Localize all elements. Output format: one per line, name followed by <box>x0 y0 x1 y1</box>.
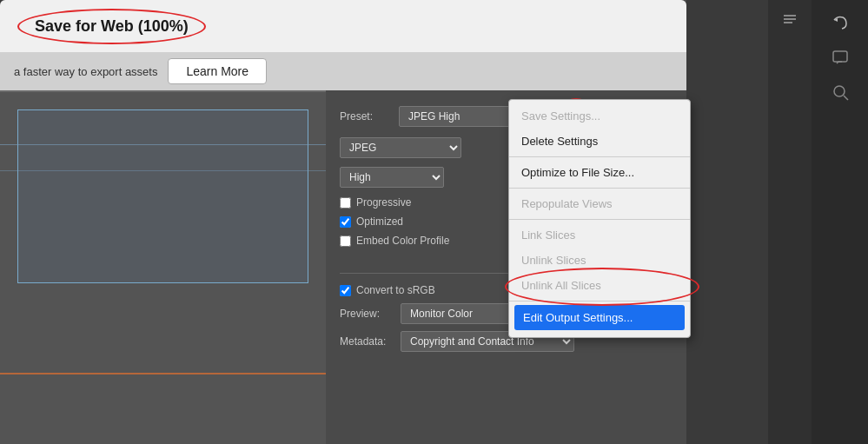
embed-color-label: Embed Color Profile <box>356 235 449 247</box>
convert-srgb-checkbox[interactable] <box>340 285 351 296</box>
format-dropdown[interactable]: JPEG PNG-8 PNG-24 GIF <box>340 137 461 158</box>
edit-output-settings-button[interactable]: Edit Output Settings... <box>514 305 685 330</box>
panel-2 <box>768 0 812 444</box>
sidebar-icon-undo[interactable] <box>823 7 858 38</box>
dialog-window: Save for Web (100%) a faster way to expo… <box>0 0 686 444</box>
progressive-label: Progressive <box>356 196 411 209</box>
title-oval: Save for Web (100%) <box>17 9 206 44</box>
svg-rect-1 <box>833 51 847 62</box>
sidebar-icon-search[interactable] <box>823 76 858 108</box>
title-bar: Save for Web (100%) <box>0 0 686 52</box>
menu-optimize-filesize[interactable]: Optimize to File Size... <box>509 160 690 185</box>
menu-divider-2 <box>509 188 690 189</box>
context-menu: Save Settings... Delete Settings Optimiz… <box>508 99 691 338</box>
preview-line-2 <box>0 170 326 171</box>
svg-point-2 <box>834 86 845 96</box>
panel2-icon-1[interactable] <box>774 7 805 35</box>
menu-unlink-slices: Unlink Slices <box>509 248 690 273</box>
preview-dropdown[interactable]: Monitor Color Legacy Macintosh Windows <box>401 303 522 324</box>
preview-label: Preview: <box>340 308 394 320</box>
sidebar-icon-comment[interactable] <box>823 42 858 73</box>
compression-dropdown[interactable]: High Medium Low Maximum <box>340 167 444 188</box>
menu-link-slices: Link Slices <box>509 222 690 248</box>
right-sidebar <box>812 0 868 444</box>
preview-panel <box>0 90 326 444</box>
optimized-checkbox[interactable] <box>340 216 351 228</box>
menu-delete-settings[interactable]: Delete Settings <box>509 129 690 154</box>
preset-label: Preset: <box>340 110 392 123</box>
menu-divider-1 <box>509 156 690 157</box>
menu-repopulate-views: Repopulate Views <box>509 191 690 216</box>
banner-text: a faster way to export assets <box>14 65 157 78</box>
settings-panel: Preset: JPEG High JPEG Low JPEG Medium P… <box>326 90 686 444</box>
convert-srgb-label: Convert to sRGB <box>356 284 435 296</box>
optimized-label: Optimized <box>356 215 403 228</box>
dialog-title: Save for Web (100%) <box>35 17 189 35</box>
preview-canvas <box>0 92 326 444</box>
svg-line-3 <box>844 96 848 100</box>
menu-unlink-all-slices: Unlink All Slices <box>509 273 690 298</box>
orange-guide-line <box>0 373 326 374</box>
metadata-label: Metadata: <box>340 335 394 348</box>
banner-bar: a faster way to export assets Learn More <box>0 52 686 90</box>
preview-line-1 <box>0 144 326 145</box>
menu-divider-3 <box>509 219 690 220</box>
embed-color-checkbox[interactable] <box>340 235 351 247</box>
learn-more-button[interactable]: Learn More <box>168 58 267 84</box>
menu-save-settings: Save Settings... <box>509 103 690 129</box>
progressive-checkbox[interactable] <box>340 197 351 209</box>
menu-divider-4 <box>509 301 690 302</box>
preview-box <box>17 109 308 283</box>
